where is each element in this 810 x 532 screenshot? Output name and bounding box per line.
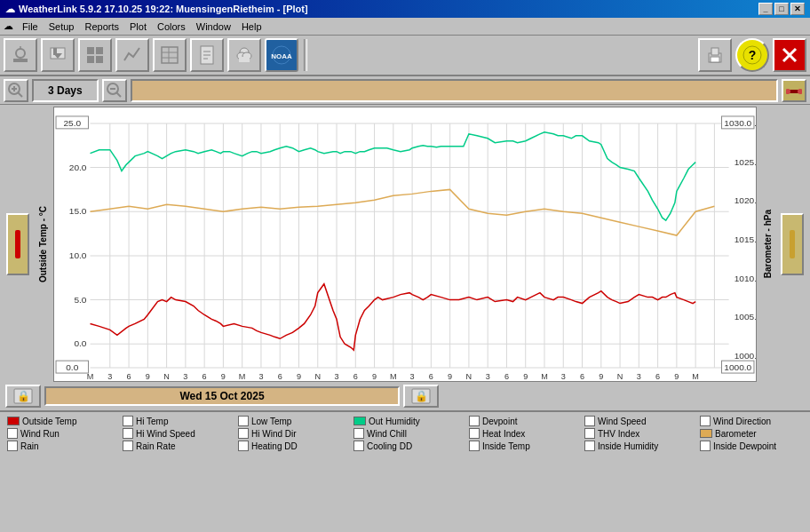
hi-temp-check[interactable] [123,416,133,426]
legend-rain-rate[interactable]: Rain Rate [123,441,238,451]
cooling-dd-check[interactable] [353,441,364,451]
legend-hi-wind-speed[interactable]: Hi Wind Speed [123,428,238,439]
maximize-button[interactable]: □ [774,3,789,15]
station-button[interactable] [4,38,37,72]
right-scroll-button[interactable] [781,213,804,275]
svg-rect-6 [87,47,94,54]
svg-rect-42 [54,107,756,381]
inside-humidity-check[interactable] [584,441,595,451]
toolbar: NOAA ? [0,36,810,76]
devpoint-check[interactable] [469,416,480,426]
menu-bar: ☁ File Setup Reports Plot Colors Window … [0,18,810,36]
menu-plot[interactable]: Plot [124,20,152,34]
legend-cooling-dd[interactable]: Cooling DD [353,441,469,451]
rain-rate-label: Rain Rate [136,441,175,451]
hi-wind-dir-check[interactable] [238,428,249,439]
legend-wind-speed[interactable]: Wind Speed [584,416,700,426]
svg-text:3: 3 [107,372,112,381]
scroll-left-button[interactable]: 🔒 [5,385,41,408]
legend-wind-run[interactable]: Wind Run [7,428,123,439]
legend-barometer[interactable]: Barometer [700,429,810,439]
scroll-right-button[interactable]: 🔒 [403,385,439,408]
wind-chill-check[interactable] [353,428,364,439]
help-button[interactable]: ? [735,38,769,72]
legend-outside-temp[interactable]: Outside Temp [7,417,123,426]
menu-file[interactable]: File [17,20,44,34]
legend-inside-humidity[interactable]: Inside Humidity [584,441,700,451]
thv-index-check[interactable] [584,428,595,439]
svg-text:5.0: 5.0 [74,295,86,305]
close-app-button[interactable] [773,38,806,72]
download-button[interactable] [41,38,75,72]
legend-heating-dd[interactable]: Heating DD [238,441,353,451]
legend-low-temp[interactable]: Low Temp [238,416,353,426]
rain-label: Rain [20,441,39,451]
legend-thv-index[interactable]: THV Index [584,428,700,439]
menu-setup[interactable]: Setup [44,20,80,34]
svg-text:🔒: 🔒 [17,389,30,402]
close-button[interactable]: ✕ [790,3,805,15]
menu-help[interactable]: Help [236,20,267,34]
hi-wind-speed-check[interactable] [123,428,133,439]
svg-text:M: M [239,372,246,381]
legend-rain[interactable]: Rain [7,441,123,451]
legend-inside-dewpoint[interactable]: Inside Dewpoint [700,441,810,451]
svg-text:6: 6 [202,372,207,381]
zoom-out-button[interactable] [102,79,127,102]
left-scroll-button[interactable] [6,213,29,275]
svg-text:M: M [390,372,397,381]
svg-text:20.0: 20.0 [69,163,87,172]
svg-rect-21 [239,57,250,62]
print-button[interactable] [698,38,732,72]
svg-text:6: 6 [580,372,584,381]
wind-dir-check[interactable] [700,416,711,426]
nav-progress-bar[interactable] [131,79,778,102]
svg-text:6: 6 [278,372,282,381]
svg-rect-25 [711,48,719,55]
nav-edit-button[interactable] [782,79,806,102]
inside-dewpoint-check[interactable] [700,441,711,451]
minimize-button[interactable]: _ [758,3,773,15]
inside-humidity-label: Inside Humidity [598,441,658,451]
chart-button[interactable] [115,38,149,72]
svg-text:9: 9 [599,372,603,381]
menu-window[interactable]: Window [191,20,236,34]
svg-rect-8 [87,56,94,63]
low-temp-check[interactable] [238,416,249,426]
noaa-button[interactable]: NOAA [265,38,298,72]
heat-index-label: Heat Index [482,429,525,439]
svg-text:3: 3 [486,372,490,381]
weather-button[interactable] [227,38,261,72]
table-button[interactable] [153,38,187,72]
legend-area: Outside Temp Hi Temp Low Temp Out Humidi… [0,410,810,465]
legend-hi-wind-dir[interactable]: Hi Wind Dir [238,428,353,439]
hi-temp-label: Hi Temp [136,417,169,426]
heating-dd-check[interactable] [238,441,249,451]
zoom-in-button[interactable] [4,79,28,102]
svg-text:10.0: 10.0 [69,250,87,260]
menu-reports[interactable]: Reports [79,20,124,34]
grid-button[interactable] [78,38,112,72]
menu-colors[interactable]: Colors [152,20,191,34]
svg-rect-0 [13,59,28,62]
rain-check[interactable] [7,441,18,451]
svg-text:0.0: 0.0 [66,362,78,372]
svg-text:NOAA: NOAA [271,52,292,60]
inside-temp-check[interactable] [469,441,480,451]
legend-wind-chill[interactable]: Wind Chill [353,428,469,439]
legend-wind-direction[interactable]: Wind Direction [700,416,810,426]
rain-rate-check[interactable] [123,441,133,451]
report-button[interactable] [190,38,224,72]
svg-text:3: 3 [258,372,263,381]
wind-run-check[interactable] [7,428,18,439]
legend-devpoint[interactable]: Devpoint [469,416,584,426]
legend-hi-temp[interactable]: Hi Temp [123,416,238,426]
legend-heat-index[interactable]: Heat Index [469,428,584,439]
legend-inside-temp[interactable]: Inside Temp [469,441,584,451]
hi-wind-dir-label: Hi Wind Dir [251,429,297,439]
devpoint-label: Devpoint [482,417,517,426]
inside-dewpoint-label: Inside Dewpoint [713,441,776,451]
wind-speed-check[interactable] [584,416,595,426]
heat-index-check[interactable] [469,428,480,439]
legend-out-humidity[interactable]: Out Humidity [353,417,469,426]
